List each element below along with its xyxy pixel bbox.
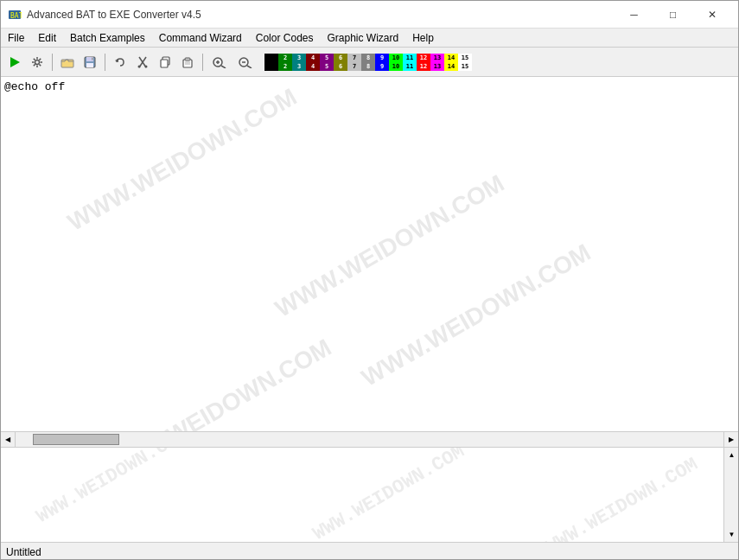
color-cell-1-3[interactable]: 4 [306, 62, 320, 71]
color-cell-1-1[interactable]: 2 [278, 62, 292, 71]
color-cell-1-6[interactable]: 7 [347, 62, 361, 71]
color-cell-1-5[interactable]: 6 [334, 62, 347, 71]
app-icon: BAT [8, 8, 22, 22]
copy-button[interactable] [155, 52, 175, 73]
color-cell-0-7[interactable]: 8 [361, 54, 375, 62]
menu-help[interactable]: Help [405, 29, 441, 47]
settings-button[interactable] [27, 52, 48, 73]
color-row-1: 023456789101112131415 [264, 62, 472, 71]
svg-line-29 [221, 66, 226, 68]
hscroll-area: ◀ ▶ [1, 432, 738, 447]
svg-text:BAT: BAT [10, 12, 22, 20]
svg-line-11 [34, 64, 35, 66]
color-cell-1-0[interactable]: 0 [264, 62, 278, 71]
separator-2 [105, 54, 105, 71]
zoom-in-button[interactable] [207, 52, 232, 73]
color-cell-0-4[interactable]: 5 [320, 54, 334, 62]
color-row-0: 023456789101112131415 [264, 54, 472, 62]
svg-line-9 [39, 64, 41, 66]
output-scroll-track [724, 462, 738, 527]
color-grid[interactable]: 0234567891011121314150234567891011121314… [264, 54, 472, 71]
color-cell-1-2[interactable]: 3 [292, 62, 306, 71]
toolbar: 0234567891011121314150234567891011121314… [1, 48, 738, 77]
hscroll-right-button[interactable]: ▶ [723, 432, 738, 447]
titlebar-title: Advanced BAT to EXE Converter v4.5 [27, 9, 201, 21]
color-cell-1-4[interactable]: 5 [320, 62, 334, 71]
hscroll-thumb[interactable] [33, 434, 119, 445]
color-cell-1-8[interactable]: 9 [375, 62, 389, 71]
svg-point-3 [35, 60, 40, 64]
close-button[interactable]: ✕ [692, 1, 731, 29]
color-cell-0-13[interactable]: 14 [444, 54, 458, 62]
color-cell-0-8[interactable]: 9 [375, 54, 389, 62]
color-cell-0-14[interactable]: 15 [458, 54, 472, 62]
menu-graphic-wizard[interactable]: Graphic Wizard [320, 29, 405, 47]
zoom-out-button[interactable] [233, 52, 258, 73]
svg-line-33 [247, 66, 252, 68]
svg-rect-12 [61, 60, 73, 67]
maximize-button[interactable]: □ [653, 1, 692, 29]
titlebar: BAT Advanced BAT to EXE Converter v4.5 ─… [1, 1, 738, 29]
color-cell-1-11[interactable]: 12 [417, 62, 430, 71]
titlebar-left: BAT Advanced BAT to EXE Converter v4.5 [8, 8, 201, 22]
svg-line-8 [34, 58, 35, 60]
color-cell-1-7[interactable]: 8 [361, 62, 375, 71]
hscroll-track[interactable] [16, 432, 723, 447]
color-cell-1-14[interactable]: 15 [458, 62, 472, 71]
run-button[interactable] [4, 52, 25, 73]
output-watermark-3: WWW.WEIDOWN.COM [543, 454, 702, 542]
output-watermark-2: WWW.WEIDOWN.COM [309, 448, 468, 542]
output-panel: WWW.WEIDOWN.COM WWW.WEIDOWN.COM WWW.WEID… [1, 447, 738, 542]
menu-edit[interactable]: Edit [31, 29, 63, 47]
menu-command-wizard[interactable]: Command Wizard [152, 29, 249, 47]
separator-1 [52, 54, 53, 71]
color-cell-0-0[interactable]: 0 [264, 54, 278, 62]
output-scrollbar: ▲ ▼ [723, 448, 738, 542]
color-cell-1-12[interactable]: 13 [430, 62, 444, 71]
open-button[interactable] [57, 52, 78, 73]
main-area: WWW.WEIDOWN.COM WWW.WEIDOWN.COM WWW.WEID… [1, 77, 738, 542]
color-cell-0-2[interactable]: 3 [292, 54, 306, 62]
undo-button[interactable] [110, 52, 131, 73]
color-cell-1-13[interactable]: 14 [444, 62, 458, 71]
statusbar: Untitled [1, 542, 738, 560]
color-cell-0-1[interactable]: 2 [278, 54, 292, 62]
svg-point-21 [145, 65, 148, 67]
color-cell-0-5[interactable]: 6 [334, 54, 347, 62]
output-content: WWW.WEIDOWN.COM WWW.WEIDOWN.COM WWW.WEID… [1, 448, 738, 542]
minimize-button[interactable]: ─ [615, 1, 653, 29]
svg-marker-2 [10, 57, 20, 67]
color-cell-0-9[interactable]: 10 [389, 54, 403, 62]
color-cell-1-9[interactable]: 10 [389, 62, 403, 71]
paste-button[interactable] [177, 52, 198, 73]
hscroll-left-button[interactable]: ◀ [1, 432, 16, 447]
svg-rect-23 [161, 60, 168, 67]
color-cell-0-12[interactable]: 13 [430, 54, 444, 62]
save-button[interactable] [80, 52, 100, 73]
color-cell-0-10[interactable]: 11 [403, 54, 417, 62]
separator-3 [202, 54, 203, 71]
svg-rect-15 [86, 63, 93, 67]
menu-color-codes[interactable]: Color Codes [249, 29, 321, 47]
svg-point-20 [138, 65, 141, 67]
menu-file[interactable]: File [1, 29, 31, 47]
output-scroll-up-button[interactable]: ▲ [724, 448, 738, 462]
titlebar-controls: ─ □ ✕ [615, 1, 731, 29]
menu-batch-examples[interactable]: Batch Examples [63, 29, 152, 47]
status-text: Untitled [6, 546, 41, 558]
output-scroll-down-button[interactable]: ▼ [724, 527, 738, 542]
color-cell-0-6[interactable]: 7 [347, 54, 361, 62]
output-watermark-1: WWW.WEIDOWN.COM [33, 448, 192, 528]
svg-rect-16 [92, 57, 93, 60]
svg-line-10 [39, 58, 41, 60]
editor-textarea[interactable] [1, 77, 738, 431]
cut-button[interactable] [132, 52, 153, 73]
menubar: File Edit Batch Examples Command Wizard … [1, 29, 738, 48]
color-cell-0-11[interactable]: 12 [417, 54, 430, 62]
color-cell-1-10[interactable]: 11 [403, 62, 417, 71]
color-cell-0-3[interactable]: 4 [306, 54, 320, 62]
editor-container: WWW.WEIDOWN.COM WWW.WEIDOWN.COM WWW.WEID… [1, 77, 738, 432]
svg-rect-25 [185, 58, 190, 60]
